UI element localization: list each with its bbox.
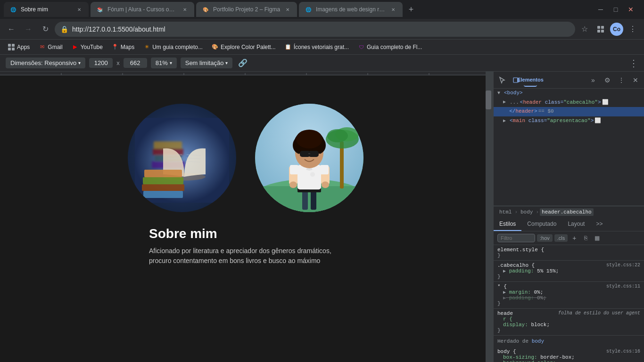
tab-sobre-mim[interactable]: 🌐 Sobre mim ✕	[4, 2, 89, 17]
boxsizing-value[interactable]: border-box;	[540, 354, 575, 360]
bookmark-guia1[interactable]: ✳ Um guia completo...	[139, 41, 206, 53]
tab-alura[interactable]: 📚 Fórum | Alura - Cursos online d... ✕	[91, 2, 194, 17]
body-selector[interactable]: body {	[497, 349, 516, 354]
bookmark-guia2[interactable]: 🛡 Guia completo de Fl...	[354, 41, 426, 53]
tab-webdesign[interactable]: 🌐 Imagens de web design respon... ✕	[299, 2, 403, 17]
element-style-close: }	[497, 253, 640, 258]
webpage-scrollbar[interactable]	[486, 72, 491, 362]
tab-close-3[interactable]: ✕	[284, 6, 291, 13]
back-button[interactable]: ←	[4, 22, 19, 37]
html-header-line[interactable]: ▶ ... <header class="cabecalho"> ⬜	[494, 98, 644, 107]
maximize-button[interactable]: □	[610, 4, 621, 15]
devtools-settings-icon[interactable]: ⚙	[601, 74, 614, 87]
zoom-dropdown[interactable]: 81% ▾	[151, 58, 177, 68]
tab-layout[interactable]: Layout	[562, 218, 590, 231]
pseudo-hov-button[interactable]: :hov	[537, 234, 553, 242]
padding-prop-value[interactable]: 5% 15%;	[537, 268, 559, 274]
devtools-more-icon[interactable]: ⋮	[615, 74, 628, 87]
svg-rect-7	[12, 48, 15, 50]
cabecalho-selector[interactable]: .cabecalho {	[497, 263, 535, 268]
main-expand-arrow[interactable]: ▶	[503, 117, 509, 125]
main-expand-dots: ⬜	[594, 117, 601, 125]
bookmark-gmail[interactable]: ✉ Gmail	[34, 41, 66, 53]
webpage-scrollbar-thumb[interactable]	[486, 90, 491, 109]
tab-title-4: Imagens de web design respon...	[316, 6, 386, 13]
ua-selector[interactable]: heade	[497, 311, 513, 316]
tab-estilos[interactable]: Estilos	[494, 218, 521, 231]
header-expand-arrow[interactable]: ▶	[503, 99, 509, 106]
inherited-label: Herdado de body	[494, 336, 644, 347]
devtools-close-icon[interactable]: ✕	[629, 74, 642, 87]
breadcrumb-body[interactable]: body	[519, 208, 535, 216]
close-button[interactable]: ✕	[625, 4, 636, 15]
styles-add-button[interactable]: +	[570, 233, 579, 243]
maps-favicon: 📍	[111, 43, 119, 51]
webpage: Sobre mim Aficionado por literatura e ap…	[0, 72, 491, 362]
tab-close-4[interactable]: ✕	[389, 6, 397, 13]
tab-more-styles[interactable]: >>	[590, 218, 608, 231]
body-bgcolor-prop: background-color: var(--cor-primaria);	[497, 360, 640, 362]
tab-computado[interactable]: Computado	[521, 218, 562, 231]
address-bar[interactable]: 🔒 http://127.0.0.1:5500/about.html	[55, 22, 575, 37]
chain-link-icon[interactable]: 🔗	[238, 58, 248, 67]
styles-filter-input[interactable]	[497, 234, 535, 242]
extensions-button[interactable]	[593, 22, 608, 37]
bookmark-icones[interactable]: 📋 Ícones vetoriais grat...	[281, 41, 353, 53]
equals-dollar: == $0	[538, 107, 554, 116]
svg-rect-28	[144, 170, 182, 177]
bookmark-apps[interactable]: Apps	[4, 41, 33, 53]
menu-button[interactable]: ⋮	[625, 22, 640, 37]
viewport-more-button[interactable]: ⋮	[629, 58, 638, 69]
breadcrumb-html[interactable]: html	[497, 208, 513, 216]
ua-display-value[interactable]: block;	[531, 322, 550, 328]
html-header-close-line[interactable]: </header> == $0	[494, 107, 644, 116]
height-input[interactable]	[124, 58, 147, 68]
icones-favicon: 📋	[284, 43, 292, 51]
padding2-arrow[interactable]: ▶	[503, 296, 506, 301]
tab-close-2[interactable]: ✕	[181, 6, 189, 13]
bookmark-apps-label: Apps	[17, 44, 30, 50]
breadcrumb-header[interactable]: header.cabecalho	[540, 208, 594, 216]
dimensions-dropdown[interactable]: Dimensões: Responsivo ▾	[6, 58, 85, 68]
html-body-line[interactable]: ▼ <body>	[494, 89, 644, 98]
padding-arrow[interactable]: ▶	[503, 269, 506, 274]
profile-button[interactable]: Co	[609, 22, 624, 37]
html-main-line[interactable]: ▶ <main class="apresentacao"> ⬜	[494, 116, 644, 126]
inherited-body-link[interactable]: body	[532, 338, 544, 344]
minimize-button[interactable]: ─	[595, 4, 606, 15]
cabecalho-source[interactable]: style.css:22	[606, 263, 640, 268]
reload-button[interactable]: ↻	[38, 22, 53, 37]
devtools-cursor-icon[interactable]	[495, 74, 509, 87]
star-source[interactable]: style.css:11	[606, 284, 640, 289]
new-tab-button[interactable]: +	[405, 3, 418, 16]
body-source[interactable]: style.css:16	[606, 349, 640, 354]
margin-prop-value[interactable]: 0%;	[534, 289, 543, 295]
tab-figma[interactable]: 🎨 Portfolio Projeto 2 – Figma ✕	[196, 2, 297, 17]
cls-button[interactable]: .cls	[554, 234, 568, 242]
margin-arrow[interactable]: ▶	[503, 290, 506, 295]
star-selector[interactable]: * {	[497, 284, 507, 289]
width-input[interactable]	[89, 58, 113, 68]
styles-copy-button[interactable]: ⎘	[581, 233, 590, 243]
bookmark-youtube[interactable]: ▶ YouTube	[67, 41, 107, 53]
limit-chevron-icon: ▾	[225, 60, 228, 66]
bookmark-guia2-label: Guia completo de Fl...	[367, 44, 422, 50]
dimensions-chevron-icon: ▾	[78, 60, 81, 66]
body-expand-arrow[interactable]: ▼	[497, 90, 503, 97]
tab-close-1[interactable]: ✕	[75, 6, 83, 13]
devtools-more-tabs-icon[interactable]: »	[586, 74, 600, 87]
limit-dropdown[interactable]: Sem limitação ▾	[181, 58, 233, 68]
bookmark-star-button[interactable]: ☆	[577, 22, 592, 37]
tab-favicon-2: 📚	[96, 6, 104, 13]
svg-rect-1	[601, 26, 604, 29]
svg-rect-5	[12, 44, 15, 47]
forward-button[interactable]: →	[21, 22, 36, 37]
webpage-inner: Sobre mim Aficionado por literatura e ap…	[0, 75, 491, 362]
viewport-bar: Dimensões: Responsivo ▾ x 81% ▾ Sem limi…	[0, 55, 644, 72]
devtools-elements-tab-icon[interactable]: Elementos	[524, 74, 537, 87]
bookmark-guia1-label: Um guia completo...	[152, 44, 203, 50]
bookmark-color[interactable]: 🎨 Explore Color Palett...	[207, 41, 280, 53]
bookmark-maps[interactable]: 📍 Maps	[107, 41, 138, 53]
padding2-prop-value[interactable]: 0%;	[537, 295, 546, 301]
styles-layout-button[interactable]: ▦	[592, 233, 602, 243]
